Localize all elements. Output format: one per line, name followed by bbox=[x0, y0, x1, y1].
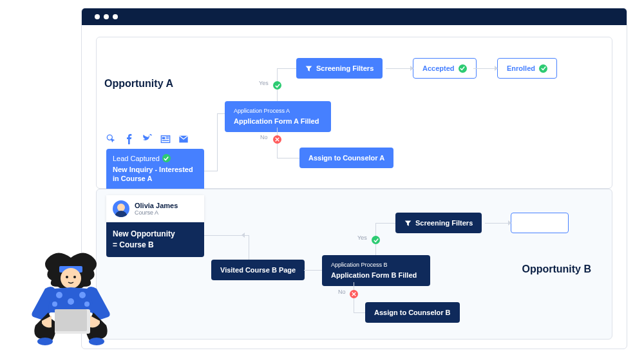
assign-b-label: Assign to Counselor B bbox=[374, 309, 451, 316]
funnel-icon bbox=[404, 220, 412, 227]
titlebar bbox=[82, 8, 627, 25]
user-course: Course A bbox=[135, 209, 178, 216]
screening-filters-b-node[interactable]: Screening Filters bbox=[395, 213, 482, 233]
screening-filters-a-node[interactable]: Screening Filters bbox=[296, 58, 383, 79]
yes-label: Yes bbox=[357, 235, 367, 241]
avatar bbox=[113, 200, 129, 217]
accepted-label: Accepted bbox=[422, 64, 455, 72]
app-window: Opportunity A Lead Captured New Inquiry … bbox=[81, 8, 627, 349]
app-process-b-label: Application Process B bbox=[331, 262, 421, 269]
lead-inquiry-title: New Inquiry - Interested in Course A bbox=[113, 165, 198, 184]
cross-icon bbox=[273, 135, 281, 144]
user-card[interactable]: Olivia James Course A bbox=[106, 195, 204, 222]
no-label: No bbox=[338, 289, 346, 295]
new-op-line2: = Course B bbox=[113, 240, 198, 251]
app-process-b-node[interactable]: Application Process B Application Form B… bbox=[322, 255, 430, 286]
app-form-label: Application Form A Filled bbox=[234, 117, 322, 126]
app-form-b-label: Application Form B Filled bbox=[331, 271, 421, 280]
app-process-label: Application Process A bbox=[234, 108, 322, 115]
enrolled-node[interactable]: Enrolled bbox=[497, 58, 557, 79]
svg-point-12 bbox=[79, 292, 86, 298]
cross-icon bbox=[350, 290, 358, 298]
person-illustration bbox=[19, 251, 122, 354]
svg-point-10 bbox=[73, 276, 76, 278]
mail-icon bbox=[178, 134, 189, 144]
svg-point-18 bbox=[37, 338, 53, 345]
outcome-b-placeholder[interactable] bbox=[511, 213, 569, 233]
lead-captured-label: Lead Captured bbox=[113, 155, 160, 162]
lead-captured-card[interactable]: Lead Captured New Inquiry - Interested i… bbox=[106, 149, 204, 189]
check-icon bbox=[273, 81, 281, 90]
svg-point-19 bbox=[89, 338, 104, 345]
twitter-icon bbox=[142, 134, 153, 144]
app-process-a-node[interactable]: Application Process A Application Form A… bbox=[225, 101, 331, 132]
user-name: Olivia James bbox=[135, 202, 178, 209]
newspaper-icon bbox=[160, 134, 171, 144]
window-dot-icon bbox=[104, 14, 109, 19]
accepted-node[interactable]: Accepted bbox=[413, 58, 477, 79]
svg-point-13 bbox=[52, 302, 57, 307]
check-icon bbox=[162, 154, 171, 162]
new-op-line1: New Opportunity bbox=[113, 229, 198, 240]
opportunity-a-title: Opportunity A bbox=[104, 78, 173, 90]
svg-rect-2 bbox=[162, 137, 166, 139]
svg-point-15 bbox=[68, 298, 74, 305]
yes-label: Yes bbox=[259, 80, 269, 86]
svg-rect-17 bbox=[55, 309, 87, 331]
assign-counselor-b-node[interactable]: Assign to Counselor B bbox=[365, 302, 460, 323]
enrolled-label: Enrolled bbox=[507, 64, 535, 72]
check-icon bbox=[459, 64, 467, 73]
assign-counselor-a-node[interactable]: Assign to Counselor A bbox=[299, 148, 393, 168]
svg-point-14 bbox=[84, 302, 90, 307]
screening-label: Screening Filters bbox=[316, 64, 374, 72]
svg-point-9 bbox=[66, 276, 68, 278]
svg-point-11 bbox=[56, 292, 62, 298]
visited-course-b-node[interactable]: Visited Course B Page bbox=[211, 260, 305, 280]
window-dot-icon bbox=[113, 14, 118, 19]
opportunity-b-title: Opportunity B bbox=[522, 263, 591, 275]
check-icon bbox=[539, 64, 547, 73]
facebook-icon bbox=[124, 134, 135, 144]
assign-label: Assign to Counselor A bbox=[308, 154, 384, 162]
funnel-icon bbox=[305, 65, 312, 72]
no-label: No bbox=[260, 134, 268, 140]
window-dot-icon bbox=[95, 14, 100, 19]
click-icon bbox=[106, 134, 117, 144]
lead-source-icons bbox=[106, 134, 189, 144]
svg-point-8 bbox=[61, 268, 81, 289]
screening-b-label: Screening Filters bbox=[415, 219, 473, 227]
check-icon bbox=[372, 236, 380, 244]
visited-label: Visited Course B Page bbox=[220, 266, 296, 274]
